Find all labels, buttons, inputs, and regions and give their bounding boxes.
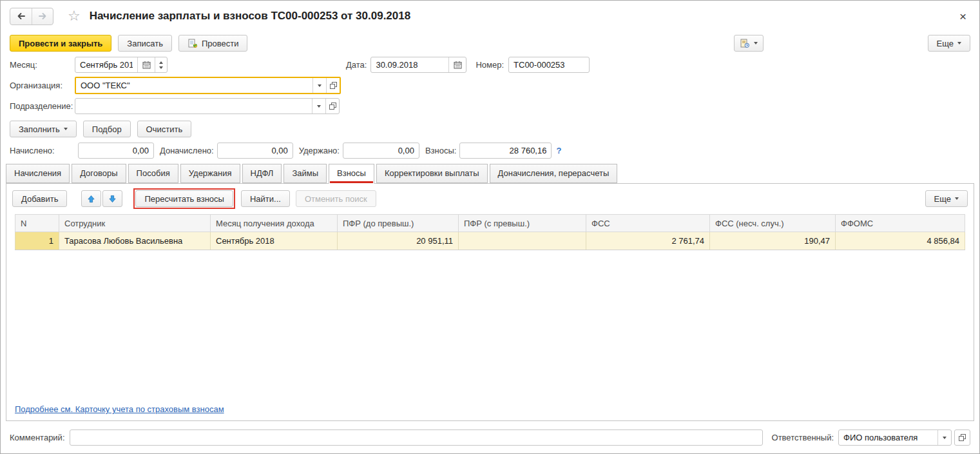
nav-forward-button[interactable] bbox=[32, 8, 53, 25]
col-header-ffoms[interactable]: ФФОМС bbox=[836, 215, 965, 232]
organization-field bbox=[75, 77, 341, 94]
tab-vznosy[interactable]: Взносы bbox=[329, 164, 374, 184]
contributions-input[interactable] bbox=[459, 143, 552, 159]
back-arrow-icon bbox=[16, 12, 26, 21]
cell-pfr-over[interactable] bbox=[459, 232, 586, 250]
table-row[interactable]: 1 Тарасова Любовь Васильевна Сентябрь 20… bbox=[15, 232, 965, 250]
number-input[interactable] bbox=[508, 57, 590, 73]
col-header-fss[interactable]: ФСС bbox=[586, 215, 710, 232]
favorite-star-icon[interactable]: ☆ bbox=[68, 9, 81, 23]
footer-bar: Комментарий: Ответственный: bbox=[1, 423, 979, 453]
clear-button[interactable]: Очистить bbox=[137, 121, 192, 137]
added-input[interactable] bbox=[217, 143, 293, 159]
month-spinner[interactable] bbox=[155, 57, 167, 72]
tab-strip: Начисления Договоры Пособия Удержания НД… bbox=[1, 164, 979, 183]
insurance-card-link[interactable]: Подробнее см. Карточку учета по страховы… bbox=[15, 404, 224, 414]
col-header-income-month[interactable]: Месяц получения дохода bbox=[211, 215, 338, 232]
command-bar: Провести и закрыть Записать Провести bbox=[1, 32, 979, 57]
save-button[interactable]: Записать bbox=[118, 35, 172, 52]
cell-pfr-under[interactable]: 20 951,11 bbox=[338, 232, 459, 250]
window-titlebar: ☆ Начисление зарплаты и взносов ТС00-000… bbox=[1, 1, 979, 32]
grid-more-button[interactable]: Еще bbox=[925, 190, 968, 207]
dropdown-caret-icon bbox=[955, 197, 959, 200]
open-link-icon bbox=[958, 433, 966, 442]
col-header-pfr-over[interactable]: ПФР (с превыш.) bbox=[459, 215, 586, 232]
grid-toolbar: Добавить Пересчитать взносы Найти... Отм… bbox=[6, 184, 974, 213]
recalculate-highlight-frame: Пересчитать взносы bbox=[133, 188, 235, 209]
cancel-search-button: Отменить поиск bbox=[296, 190, 376, 207]
month-calendar-button[interactable] bbox=[137, 57, 155, 72]
tab-posobiya[interactable]: Пособия bbox=[128, 164, 178, 183]
col-header-employee[interactable]: Сотрудник bbox=[59, 215, 211, 232]
open-link-icon bbox=[329, 81, 338, 90]
tab-nachisleniya[interactable]: Начисления bbox=[6, 164, 70, 183]
col-header-fss-accident[interactable]: ФСС (несч. случ.) bbox=[710, 215, 836, 232]
responsible-label: Ответственный: bbox=[772, 433, 834, 442]
arrow-up-icon bbox=[87, 195, 95, 203]
post-button[interactable]: Провести bbox=[178, 35, 248, 52]
move-up-button[interactable] bbox=[81, 190, 101, 207]
move-down-button[interactable] bbox=[102, 190, 122, 207]
cell-ffoms[interactable]: 4 856,84 bbox=[836, 232, 965, 250]
recalculate-contributions-button[interactable]: Пересчитать взносы bbox=[135, 190, 233, 207]
date-calendar-button[interactable] bbox=[448, 57, 466, 72]
cell-employee[interactable]: Тарасова Любовь Васильевна bbox=[59, 232, 211, 250]
organization-input[interactable] bbox=[76, 78, 312, 93]
tab-ndfl[interactable]: НДФЛ bbox=[242, 164, 282, 183]
post-and-close-button[interactable]: Провести и закрыть bbox=[10, 35, 111, 52]
spinner-up-icon bbox=[159, 61, 163, 64]
document-history-button[interactable] bbox=[734, 35, 764, 52]
responsible-open-button[interactable] bbox=[955, 430, 970, 445]
nav-back-button[interactable] bbox=[10, 8, 32, 25]
close-icon[interactable]: × bbox=[956, 9, 970, 24]
responsible-dropdown-button[interactable] bbox=[937, 430, 951, 445]
add-row-button[interactable]: Добавить bbox=[12, 190, 67, 207]
page-title: Начисление зарплаты и взносов ТС00-00025… bbox=[90, 10, 410, 23]
department-dropdown-button[interactable] bbox=[312, 99, 325, 114]
organization-dropdown-button[interactable] bbox=[312, 78, 326, 93]
form-more-label: Еще bbox=[937, 39, 954, 48]
organization-open-button[interactable] bbox=[326, 78, 340, 93]
accrued-input[interactable] bbox=[78, 143, 154, 159]
tab-uderzhaniya[interactable]: Удержания bbox=[180, 164, 240, 183]
fill-button-label: Заполнить bbox=[19, 124, 60, 134]
withheld-input[interactable] bbox=[343, 143, 419, 159]
form-more-button[interactable]: Еще bbox=[928, 35, 970, 52]
withheld-label: Удержано: bbox=[299, 146, 340, 155]
calendar-icon bbox=[142, 61, 151, 69]
tab-dogovory[interactable]: Договоры bbox=[72, 164, 126, 183]
document-window: ☆ Начисление зарплаты и взносов ТС00-000… bbox=[0, 0, 980, 454]
pick-button[interactable]: Подбор bbox=[83, 121, 131, 137]
cell-income-month[interactable]: Сентябрь 2018 bbox=[211, 232, 338, 250]
find-button[interactable]: Найти... bbox=[241, 190, 290, 207]
responsible-input[interactable] bbox=[839, 430, 937, 445]
move-buttons bbox=[81, 190, 122, 207]
month-input[interactable] bbox=[75, 57, 137, 72]
cell-fss-accident[interactable]: 190,47 bbox=[710, 232, 836, 250]
contributions-tab-panel: Добавить Пересчитать взносы Найти... Отм… bbox=[6, 183, 974, 421]
responsible-open-wrap bbox=[954, 429, 970, 446]
document-clock-icon bbox=[740, 39, 750, 48]
date-label: Дата: bbox=[346, 60, 367, 70]
tab-korrektirovki[interactable]: Корректировки выплаты bbox=[376, 164, 488, 183]
col-header-pfr-under[interactable]: ПФР (до превыш.) bbox=[338, 215, 459, 232]
cell-row-number[interactable]: 1 bbox=[15, 232, 59, 250]
dropdown-caret-icon bbox=[317, 105, 321, 108]
dropdown-caret-icon bbox=[318, 84, 322, 87]
organization-label: Организация: bbox=[10, 81, 75, 90]
comment-input[interactable] bbox=[70, 429, 763, 446]
tab-zaymy[interactable]: Займы bbox=[283, 164, 327, 183]
cell-fss[interactable]: 2 761,74 bbox=[586, 232, 710, 250]
dropdown-caret-icon bbox=[754, 42, 758, 44]
department-input[interactable] bbox=[75, 99, 312, 114]
header-fields: Месяц: Дата: bbox=[1, 57, 979, 164]
date-input[interactable] bbox=[371, 57, 448, 72]
col-header-n[interactable]: N bbox=[15, 215, 59, 232]
organization-row: Организация: bbox=[10, 77, 970, 94]
department-open-button[interactable] bbox=[325, 99, 339, 114]
forward-arrow-icon bbox=[37, 12, 48, 21]
tab-donachisleniya[interactable]: Доначисления, перерасчеты bbox=[490, 164, 618, 183]
contributions-help-icon[interactable]: ? bbox=[556, 146, 561, 155]
table-header-row: N Сотрудник Месяц получения дохода ПФР (… bbox=[15, 215, 965, 232]
fill-button[interactable]: Заполнить bbox=[10, 121, 77, 137]
